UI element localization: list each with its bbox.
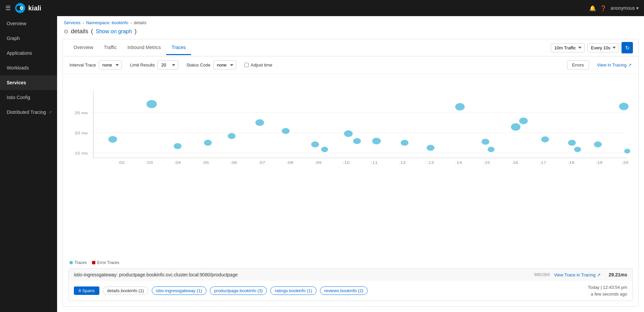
view-in-tracing-link[interactable]: View in Tracing ↗ bbox=[597, 62, 632, 68]
trace-timestamp-line1: Today | 12:43:54 pm bbox=[588, 284, 627, 291]
svg-text::11: :11 bbox=[371, 161, 378, 165]
help-icon[interactable]: ❓ bbox=[600, 5, 607, 11]
user-dropdown-icon: ▾ bbox=[636, 5, 639, 11]
svg-text::09: :09 bbox=[315, 161, 322, 165]
refresh-button[interactable]: ↻ bbox=[622, 42, 633, 53]
svg-point-46 bbox=[481, 139, 489, 145]
svg-point-48 bbox=[511, 123, 520, 131]
traces-chart: 15 ms 20 ms 25 ms :02 :03 :04 :05 bbox=[70, 77, 632, 171]
show-on-graph-link[interactable]: Show on graph bbox=[96, 29, 132, 35]
trace-timestamp-line2: a few seconds ago bbox=[588, 291, 627, 298]
svg-point-47 bbox=[488, 147, 495, 152]
svg-point-43 bbox=[401, 140, 408, 146]
trace-result-row: istio-ingressgateway: productpage.bookin… bbox=[68, 268, 633, 301]
tab-traffic[interactable]: Traffic bbox=[98, 41, 122, 55]
main-content: Services › Namespace: bookinfo › details… bbox=[57, 16, 644, 312]
refresh-interval-select[interactable]: Every 10s Every 30s Every 1m Every 5m bbox=[587, 43, 619, 52]
view-trace-external-icon: ↗ bbox=[597, 272, 601, 277]
svg-point-45 bbox=[455, 103, 465, 110]
hamburger-icon[interactable]: ☰ bbox=[5, 4, 11, 12]
chart-legend: Traces Error Traces bbox=[63, 258, 638, 268]
service-tag-details[interactable]: details.bookinfo (1) bbox=[103, 286, 148, 295]
interval-trace-select[interactable]: none 1m 5m 10m 30m bbox=[99, 60, 122, 70]
sidebar-item-label: Services bbox=[7, 80, 26, 85]
svg-point-40 bbox=[344, 130, 353, 137]
traffic-duration-select[interactable]: 10m Traffic 1m Traffic 5m Traffic 30m Tr… bbox=[551, 43, 585, 52]
svg-point-39 bbox=[321, 147, 328, 152]
svg-text::13: :13 bbox=[427, 161, 434, 165]
sidebar-item-distributed-tracing[interactable]: Distributed Tracing ↗ bbox=[0, 105, 57, 120]
svg-text:25 ms: 25 ms bbox=[75, 111, 88, 115]
sidebar-item-applications[interactable]: Applications bbox=[0, 46, 57, 60]
view-trace-in-tracing-link[interactable]: View Trace in Tracing ↗ bbox=[554, 272, 601, 277]
svg-point-50 bbox=[541, 136, 549, 142]
errors-button[interactable]: Errors bbox=[567, 60, 589, 70]
legend-traces: Traces bbox=[70, 260, 87, 265]
trace-id: 98615b5 bbox=[534, 272, 550, 277]
page-title-paren-close: ) bbox=[135, 28, 137, 35]
status-code-select[interactable]: none 200 4xx 5xx bbox=[213, 60, 236, 70]
svg-text::02: :02 bbox=[118, 161, 125, 165]
svg-text::16: :16 bbox=[511, 161, 518, 165]
external-link-icon: ↗ bbox=[628, 62, 632, 68]
interval-trace-label: Interval Trace bbox=[70, 62, 96, 68]
svg-point-51 bbox=[568, 140, 576, 146]
svg-point-52 bbox=[574, 147, 581, 152]
trace-result-body: 8 Spans details.bookinfo (1) istio-ingre… bbox=[68, 281, 633, 301]
page-title-paren-open: ( bbox=[91, 28, 93, 35]
tab-inbound-metrics[interactable]: Inbound Metrics bbox=[122, 41, 166, 55]
status-code-label: Status Code bbox=[186, 62, 211, 68]
breadcrumb-namespace-link[interactable]: Namespace: bookinfo bbox=[86, 20, 128, 25]
svg-point-42 bbox=[372, 138, 381, 144]
adjust-time-checkbox[interactable] bbox=[244, 63, 249, 67]
sidebar-item-services[interactable]: Services bbox=[0, 75, 57, 90]
status-code-group: Status Code none 200 4xx 5xx bbox=[186, 60, 236, 70]
breadcrumb-sep1: › bbox=[83, 20, 84, 25]
sidebar: Overview Graph Applications Workloads Se… bbox=[0, 16, 57, 312]
sidebar-item-label: Workloads bbox=[7, 65, 29, 71]
adjust-time-label: Adjust time bbox=[251, 62, 272, 68]
trace-result-header: istio-ingressgateway: productpage.bookin… bbox=[68, 269, 633, 281]
page-title-row: ⊙ details ( Show on graph ) bbox=[57, 25, 644, 39]
legend-errors-dot bbox=[92, 261, 95, 264]
view-in-tracing-text: View in Tracing bbox=[597, 62, 627, 68]
legend-traces-dot bbox=[70, 261, 73, 264]
limit-results-group: Limit Results 5 10 20 50 100 bbox=[130, 60, 178, 70]
sidebar-item-graph[interactable]: Graph bbox=[0, 31, 57, 46]
tab-overview[interactable]: Overview bbox=[68, 41, 98, 55]
tab-traces[interactable]: Traces bbox=[166, 41, 191, 55]
user-name: anonymous bbox=[611, 5, 635, 11]
service-tag-istio-ingressgateway[interactable]: istio-ingressgateway (1) bbox=[152, 286, 206, 295]
limit-results-select[interactable]: 5 10 20 50 100 bbox=[157, 60, 178, 70]
svg-text::10: :10 bbox=[343, 161, 350, 165]
svg-point-44 bbox=[427, 145, 434, 151]
svg-point-55 bbox=[624, 149, 630, 153]
service-tag-ratings[interactable]: ratings.bookinfo (1) bbox=[270, 286, 316, 295]
svg-point-3 bbox=[21, 7, 22, 9]
sidebar-item-label: Istio Config bbox=[7, 95, 30, 100]
external-link-icon: ↗ bbox=[49, 110, 52, 115]
sidebar-item-overview[interactable]: Overview bbox=[0, 16, 57, 31]
breadcrumb-services-link[interactable]: Services bbox=[64, 20, 81, 25]
svg-point-32 bbox=[146, 100, 157, 108]
svg-point-36 bbox=[256, 119, 264, 126]
svg-text::14: :14 bbox=[455, 161, 462, 165]
page-title: details bbox=[71, 28, 88, 35]
kiali-logo-icon bbox=[15, 3, 26, 13]
trace-duration: 29.21ms bbox=[609, 272, 627, 277]
service-tag-productpage[interactable]: productpage.bookinfo (3) bbox=[210, 286, 267, 295]
sidebar-item-label: Overview bbox=[7, 21, 26, 26]
sidebar-item-label: Applications bbox=[7, 50, 32, 56]
user-menu[interactable]: anonymous ▾ bbox=[611, 5, 639, 11]
spans-badge[interactable]: 8 Spans bbox=[74, 286, 99, 295]
interval-trace-group: Interval Trace none 1m 5m 10m 30m bbox=[70, 60, 122, 70]
trace-service-name: istio-ingressgateway: productpage.bookin… bbox=[74, 272, 530, 277]
svg-point-53 bbox=[594, 141, 602, 147]
service-tag-reviews[interactable]: reviews.bookinfo (2) bbox=[320, 286, 368, 295]
sidebar-item-istio-config[interactable]: Istio Config bbox=[0, 90, 57, 105]
toolbar-controls: 10m Traffic 1m Traffic 5m Traffic 30m Tr… bbox=[551, 39, 633, 56]
topnav: ☰ kiali 🔔 ❓ anonymous ▾ bbox=[0, 0, 644, 16]
sidebar-item-workloads[interactable]: Workloads bbox=[0, 60, 57, 75]
notification-bell-icon[interactable]: 🔔 bbox=[589, 5, 596, 11]
tabs-toolbar: Overview Traffic Inbound Metrics Traces … bbox=[63, 39, 638, 56]
